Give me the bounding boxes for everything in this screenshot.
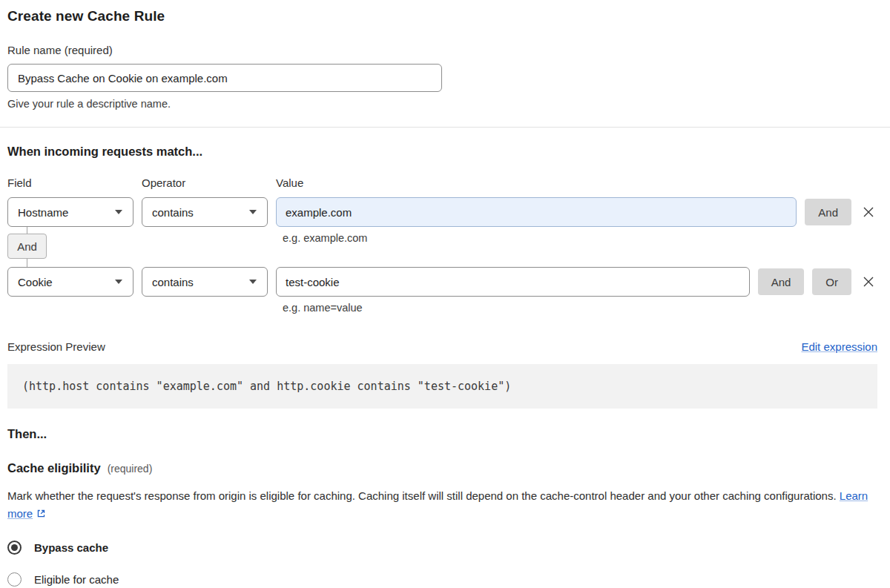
- value-input-row2[interactable]: [276, 267, 750, 297]
- then-heading: Then...: [7, 427, 877, 441]
- section-divider: [0, 127, 890, 128]
- connector-and-label: And: [17, 240, 37, 253]
- connector-line-bottom: [27, 259, 27, 267]
- rule-name-input[interactable]: [7, 64, 442, 92]
- operator-select-row2[interactable]: contains: [142, 267, 268, 297]
- radio-selected-icon: [7, 541, 22, 555]
- radio-unselected-icon: [7, 572, 22, 587]
- close-icon: [861, 205, 876, 219]
- cache-eligibility-heading-row: Cache eligibility (required): [7, 461, 877, 475]
- connector-line-top: [27, 226, 27, 234]
- create-cache-rule-form: Create new Cache Rule Rule name (require…: [0, 0, 890, 587]
- cache-eligibility-description: Mark whether the request's response from…: [7, 487, 877, 524]
- add-and-condition-button-row1[interactable]: And: [805, 199, 851, 225]
- description-text: Mark whether the request's response from…: [7, 489, 837, 502]
- radio-label-eligible-for-cache: Eligible for cache: [34, 573, 119, 586]
- edit-expression-link[interactable]: Edit expression: [801, 340, 877, 353]
- page-title: Create new Cache Rule: [7, 8, 877, 24]
- operator-select-row1[interactable]: contains: [142, 197, 268, 227]
- field-select-row2-value: Cookie: [18, 276, 53, 288]
- field-select-row1-value: Hostname: [18, 206, 68, 219]
- expression-preview-label: Expression Preview: [7, 340, 105, 353]
- expression-preview-section: Expression Preview Edit expression (http…: [7, 340, 877, 409]
- operator-select-row2-value: contains: [152, 276, 194, 288]
- close-icon: [861, 274, 876, 289]
- expression-code-block: (http.host contains "example.com" and ht…: [7, 364, 877, 409]
- rule-name-label: Rule name (required): [7, 44, 877, 56]
- field-column-label: Field: [7, 176, 134, 189]
- field-select-row1[interactable]: Hostname: [7, 197, 134, 227]
- condition-row-2: Cookie contains e.g. name=value And Or: [7, 267, 877, 314]
- remove-condition-button-row1[interactable]: [860, 203, 877, 221]
- expression-code: (http.host contains "example.com" and ht…: [22, 380, 511, 393]
- operator-column-label: Operator: [142, 176, 268, 189]
- operator-select-row1-value: contains: [152, 206, 194, 219]
- match-heading: When incoming requests match...: [7, 145, 877, 159]
- field-select-row2[interactable]: Cookie: [7, 267, 134, 297]
- remove-condition-button-row2[interactable]: [860, 273, 877, 291]
- add-or-condition-button-row2[interactable]: Or: [812, 268, 851, 295]
- condition-connector: And: [7, 226, 47, 267]
- chevron-down-icon: [249, 280, 257, 284]
- chevron-down-icon: [249, 210, 257, 214]
- radio-label-bypass-cache: Bypass cache: [34, 541, 108, 554]
- condition-row-1: Hostname contains e.g. example.com And: [7, 197, 877, 244]
- required-note: (required): [108, 463, 153, 475]
- add-and-condition-button-row2[interactable]: And: [758, 268, 805, 295]
- value-helper-row1: e.g. example.com: [283, 232, 797, 244]
- chevron-down-icon: [115, 210, 122, 214]
- value-helper-row2: e.g. name=value: [283, 302, 750, 314]
- cache-eligibility-heading: Cache eligibility: [7, 461, 101, 475]
- radio-option-bypass-cache[interactable]: Bypass cache: [7, 541, 877, 555]
- chevron-down-icon: [115, 280, 122, 284]
- connector-and-button[interactable]: And: [7, 234, 47, 259]
- radio-option-eligible-for-cache[interactable]: Eligible for cache: [7, 572, 877, 587]
- value-column-label: Value: [276, 176, 877, 189]
- external-link-icon: [36, 506, 47, 524]
- condition-column-headers: Field Operator Value: [7, 176, 877, 189]
- value-input-row1[interactable]: [276, 197, 797, 227]
- rule-name-helper: Give your rule a descriptive name.: [7, 98, 877, 110]
- cache-eligibility-options: Bypass cache Eligible for cache: [7, 541, 877, 587]
